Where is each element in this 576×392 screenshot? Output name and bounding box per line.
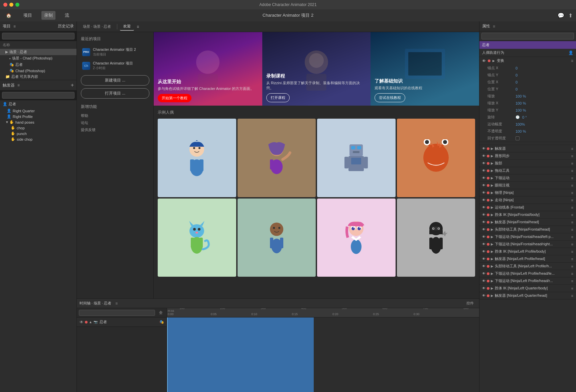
menu-record[interactable]: 录制: [41, 11, 55, 20]
behavior-headturn-lp-hamburger[interactable]: ≡: [571, 264, 573, 268]
transform-group-header[interactable]: 👁 ▶ 变换 ≡: [479, 57, 576, 64]
project-search-input[interactable]: [2, 33, 75, 39]
trigger-hamburger-icon[interactable]: ≡: [17, 83, 20, 88]
eye-gaze[interactable]: 👁: [482, 183, 485, 187]
motion-amp-value[interactable]: 100%: [516, 122, 525, 126]
behavior-jaw-lpr-hamburger[interactable]: ≡: [571, 279, 573, 283]
opacity-value[interactable]: 100 %: [516, 129, 526, 133]
eye-trigger-lq[interactable]: 👁: [482, 294, 485, 297]
opacity-back-checkbox[interactable]: [516, 136, 520, 140]
hero-card-start[interactable]: 从这里开始 参与角色试镜并详细了解 Character Animator 的方方…: [154, 32, 262, 106]
timeline-all-button[interactable]: 全: [157, 309, 165, 316]
puppet-ninja[interactable]: [397, 199, 475, 277]
timeline-tab-controls[interactable]: 控件: [464, 300, 476, 306]
share-icon[interactable]: ⬆: [568, 12, 573, 19]
behavior-motionline-hamburger[interactable]: ≡: [571, 206, 573, 210]
timeline-search-input[interactable]: [79, 310, 155, 316]
tree-item-shared[interactable]: 📁 忍者 可共享内容: [0, 74, 77, 80]
trigger-item-chop[interactable]: ✋ chop: [0, 125, 77, 131]
pos-x-value[interactable]: 0: [516, 80, 518, 84]
behavior-jaw-fl-hamburger[interactable]: ≡: [571, 235, 573, 239]
tree-item-chad[interactable]: 🎭 Chad (Photoshop): [0, 68, 77, 74]
track-record-dot[interactable]: [85, 321, 88, 323]
behavior-gaze-hamburger[interactable]: ≡: [571, 183, 573, 187]
eye-bodyik-frontal[interactable]: 👁: [482, 213, 485, 217]
behavior-jaw-lpl-hamburger[interactable]: ≡: [571, 272, 573, 276]
open-project-button[interactable]: 打开项目 ...: [81, 88, 149, 99]
trigger-item-right-profile[interactable]: 👤 Right Profile: [0, 114, 77, 119]
trigger-add-button[interactable]: +: [71, 82, 74, 88]
behavior-headturn-f-hamburger[interactable]: ≡: [571, 228, 573, 232]
behavior-face-hamburger[interactable]: ≡: [571, 161, 573, 165]
behavior-bodyik-lp-hamburger[interactable]: ≡: [571, 250, 573, 254]
puppet-robot[interactable]: [317, 119, 396, 197]
menu-home[interactable]: 🏠: [3, 12, 14, 19]
eye-jaw-fl[interactable]: 👁: [482, 235, 485, 239]
scale-y-value[interactable]: 100 %: [516, 108, 526, 112]
timeline-tab-main[interactable]: [454, 303, 460, 304]
behavior-walk-hamburger[interactable]: ≡: [571, 198, 573, 202]
behavior-jaw-fr-hamburger[interactable]: ≡: [571, 242, 573, 246]
eye-trigger-lp[interactable]: 👁: [482, 257, 485, 261]
eye-face[interactable]: 👁: [482, 161, 485, 165]
welcome-tab-menu-icon[interactable]: ≡: [137, 24, 139, 29]
eye-headturn-f[interactable]: 👁: [482, 228, 485, 231]
timeline-header-menu-icon[interactable]: ≡: [115, 301, 118, 306]
eye-jaw-lpr[interactable]: 👁: [482, 279, 485, 283]
behavior-physics-hamburger[interactable]: ≡: [571, 191, 573, 195]
project-hamburger-icon[interactable]: ≡: [13, 24, 16, 29]
trigger-search-input[interactable]: [2, 92, 75, 99]
eye-walk[interactable]: 👁: [482, 198, 485, 202]
puppet-anime-girl[interactable]: [317, 199, 396, 277]
behavior-lipsync-hamburger[interactable]: ≡: [571, 154, 573, 158]
feedback-link[interactable]: 提供反馈: [81, 126, 149, 133]
hero-btn-1[interactable]: 开始第一个教程: [158, 94, 191, 102]
anchor-y-value[interactable]: 0: [516, 73, 518, 77]
behavior-jaw-hamburger[interactable]: ≡: [571, 176, 573, 180]
eye-trigger-fh[interactable]: 👁: [482, 220, 485, 224]
chat-icon[interactable]: 💬: [558, 12, 564, 19]
close-button[interactable]: [3, 3, 7, 7]
timeline-clip[interactable]: [167, 317, 314, 392]
behavior-trigger-lq-hamburger[interactable]: ≡: [571, 294, 573, 298]
puppet-girl[interactable]: [238, 119, 316, 197]
forum-link[interactable]: 论坛: [81, 119, 149, 126]
behavior-trigger-lp-hamburger[interactable]: ≡: [571, 257, 573, 261]
recent-item-1[interactable]: PRO Character Animator 项目 2 当前项目: [81, 45, 149, 59]
track-camera-icon[interactable]: 📷: [94, 320, 98, 324]
props-header-hamburger-icon[interactable]: ≡: [493, 24, 495, 29]
eye-drag[interactable]: 👁: [482, 169, 485, 172]
tree-item-scene-chad[interactable]: ▪ 场景 - Chad (Photoshop): [0, 55, 77, 61]
behavior-bodyik-frontal-hamburger[interactable]: ≡: [571, 213, 573, 217]
menu-project[interactable]: 项目: [21, 11, 35, 20]
trigger-item-hand-poses[interactable]: ▼ ✋ hand poses: [0, 119, 77, 125]
track-eye-icon[interactable]: 👁: [80, 320, 84, 324]
eye-jaw-fr[interactable]: 👁: [482, 242, 485, 246]
hero-btn-3[interactable]: 尝试在线教程: [375, 93, 405, 102]
eye-jaw-lpl[interactable]: 👁: [482, 272, 485, 275]
puppet-kid[interactable]: [238, 199, 316, 277]
timeline-playhead[interactable]: [167, 317, 168, 392]
maximize-button[interactable]: [15, 3, 19, 7]
eye-motionline[interactable]: 👁: [482, 206, 485, 209]
hero-card-record[interactable]: 录制课程 从 Rizzini 巫师那里了解关于录制、装备和编辑等方面的决窍。 打…: [262, 32, 371, 106]
pos-y-value[interactable]: 0: [516, 87, 518, 91]
menu-stream[interactable]: 流: [62, 11, 72, 20]
tab-welcome[interactable]: 欢迎: [120, 22, 134, 31]
eye-jaw[interactable]: 👁: [482, 176, 485, 180]
trigger-item-punch[interactable]: ✋ punch: [0, 131, 77, 136]
tree-item-scene-ninja[interactable]: ▶ 场景 · 忍者: [0, 49, 77, 55]
track-solo-icon[interactable]: ▲: [89, 320, 92, 324]
puppet-monster[interactable]: [397, 119, 475, 197]
trigger-item-side-chop[interactable]: ✋ side chop: [0, 136, 77, 142]
eye-physics[interactable]: 👁: [482, 191, 485, 194]
hero-btn-2[interactable]: 打开课程: [266, 93, 290, 102]
trigger-item-right-quarter[interactable]: 👤 Right Quarter: [0, 108, 77, 114]
behavior-trigger-fh-hamburger[interactable]: ≡: [571, 220, 573, 224]
hero-card-learn[interactable]: 了解基础知识 观看有关基础知识的在线教程 尝试在线教程: [371, 32, 479, 106]
eye-bodyik-lq[interactable]: 👁: [482, 286, 485, 290]
eye-headturn-lp[interactable]: 👁: [482, 264, 485, 268]
props-search-input[interactable]: [481, 33, 574, 39]
scale-value[interactable]: 100 %: [516, 94, 526, 98]
rotate-value[interactable]: 0 °: [522, 115, 527, 119]
